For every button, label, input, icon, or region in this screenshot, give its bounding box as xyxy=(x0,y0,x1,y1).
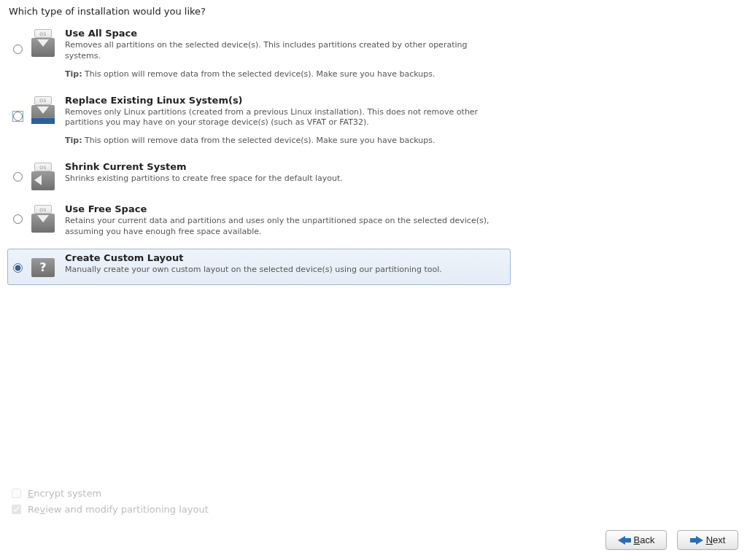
option-icon: OS xyxy=(24,160,62,192)
option-shrink[interactable]: OSShrink Current SystemShrinks existing … xyxy=(7,158,511,194)
option-title: Replace Existing Linux System(s) xyxy=(65,95,504,106)
installer-page: Which type of installation would you lik… xyxy=(0,0,747,560)
back-button-label: Back xyxy=(634,534,655,545)
option-use-all-space[interactable]: OSUse All SpaceRemoves all partitions on… xyxy=(7,24,511,85)
review-layout-label: Review and modify partitioning layout xyxy=(28,504,209,515)
back-arrow-icon xyxy=(618,536,631,545)
back-button[interactable]: Back xyxy=(605,530,667,550)
review-layout-checkbox[interactable] xyxy=(12,505,21,514)
extra-checks: Encrypt system Review and modify partiti… xyxy=(9,485,740,517)
option-radio-shrink[interactable] xyxy=(13,172,23,182)
option-text: Create Custom LayoutManually create your… xyxy=(62,251,508,279)
option-text: Use Free SpaceRetains your current data … xyxy=(62,202,508,241)
option-use-free-space[interactable]: OSUse Free SpaceRetains your current dat… xyxy=(7,200,511,243)
option-desc: Retains your current data and partitions… xyxy=(65,216,504,238)
os-tab-icon: OS xyxy=(34,205,52,214)
option-title: Use All Space xyxy=(65,28,504,39)
option-icon: OS xyxy=(24,26,62,58)
option-radio-use-free-space[interactable] xyxy=(13,214,23,224)
page-title: Which type of installation would you lik… xyxy=(9,6,740,17)
option-custom-layout[interactable]: ?Create Custom LayoutManually create you… xyxy=(7,249,511,285)
option-icon: OS xyxy=(24,93,62,125)
option-icon: OS xyxy=(24,202,62,234)
option-desc: Removes only Linux partitions (created f… xyxy=(65,107,504,129)
option-replace-linux[interactable]: OSReplace Existing Linux System(s)Remove… xyxy=(7,91,511,152)
disk-icon xyxy=(31,38,55,57)
option-radio-use-all-space[interactable] xyxy=(13,44,23,54)
option-desc: Manually create your own custom layout o… xyxy=(65,265,504,276)
next-button-label: Next xyxy=(706,534,726,545)
install-options: OSUse All SpaceRemoves all partitions on… xyxy=(7,24,511,291)
option-title: Shrink Current System xyxy=(65,161,504,172)
encrypt-system-label: Encrypt system xyxy=(28,488,101,499)
option-tip: Tip: This option will remove data from t… xyxy=(65,136,504,147)
option-icon: ? xyxy=(24,251,62,283)
option-radio-replace-linux[interactable] xyxy=(13,112,23,121)
flex-spacer xyxy=(7,291,740,485)
os-tab-icon: OS xyxy=(34,96,52,105)
encrypt-system-check[interactable]: Encrypt system xyxy=(9,485,740,501)
disk-icon xyxy=(31,214,55,233)
option-desc: Removes all partitions on the selected d… xyxy=(65,40,504,62)
option-title: Use Free Space xyxy=(65,203,504,214)
option-tip: Tip: This option will remove data from t… xyxy=(65,69,504,80)
next-button[interactable]: Next xyxy=(677,530,738,550)
radio-col xyxy=(9,202,24,224)
next-arrow-icon xyxy=(690,536,703,545)
radio-col xyxy=(9,160,24,182)
option-title: Create Custom Layout xyxy=(65,252,504,263)
os-tab-icon: OS xyxy=(34,29,52,38)
option-radio-custom-layout[interactable] xyxy=(13,263,23,273)
os-tab-icon: OS xyxy=(34,163,52,171)
wizard-footer: Back Next xyxy=(7,530,740,553)
radio-col xyxy=(9,93,24,121)
question-icon: ? xyxy=(31,258,55,277)
radio-col xyxy=(9,26,24,54)
radio-col xyxy=(9,251,24,273)
review-layout-check[interactable]: Review and modify partitioning layout xyxy=(9,501,740,517)
option-desc: Shrinks existing partitions to create fr… xyxy=(65,174,504,184)
disk-icon xyxy=(31,171,55,190)
option-text: Replace Existing Linux System(s)Removes … xyxy=(62,93,508,150)
encrypt-system-checkbox[interactable] xyxy=(12,489,21,498)
option-text: Shrink Current SystemShrinks existing pa… xyxy=(62,160,508,187)
option-text: Use All SpaceRemoves all partitions on t… xyxy=(62,26,508,83)
